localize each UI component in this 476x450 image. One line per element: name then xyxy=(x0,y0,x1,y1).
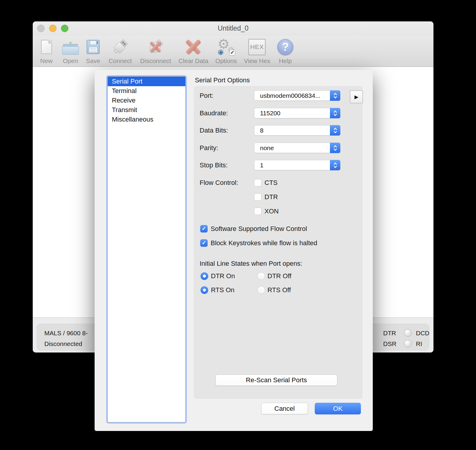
options-gears-icon: ⚙⚙✓ xyxy=(216,37,237,56)
dtr-off-radio[interactable] xyxy=(257,272,265,280)
category-item-serial-port[interactable]: Serial Port xyxy=(108,77,185,86)
dtr-on-radio-label: DTR On xyxy=(211,272,235,280)
baudrate-popup[interactable]: 115200 xyxy=(254,108,340,118)
indicator-label-dtr: DTR xyxy=(383,330,396,337)
stepper-chevrons-icon xyxy=(330,160,340,170)
toolbar-label: Clear Data xyxy=(178,57,208,64)
port-popup[interactable]: usbmodem0006834... xyxy=(254,90,340,101)
toolbar: New ↑ Open Save Connect Disconnect xyxy=(33,36,433,67)
stepper-chevrons-icon xyxy=(330,108,340,118)
rescan-serial-ports-button[interactable]: Re-Scan Serial Ports xyxy=(215,375,337,386)
dcd-led-indicator xyxy=(404,329,412,337)
port-label: Port: xyxy=(200,92,213,100)
dtr-off-radio-label: DTR Off xyxy=(267,272,291,280)
save-floppy-icon xyxy=(83,37,104,56)
ok-button[interactable]: OK xyxy=(315,403,361,414)
port-disclosure-button[interactable]: ▶ xyxy=(350,90,363,103)
block-keystrokes-label: Block Keystrokes while flow is halted xyxy=(211,239,317,247)
toolbar-label: View Hex xyxy=(244,57,270,64)
panel-title: Serial Port Options xyxy=(195,76,250,84)
toolbar-disconnect-button[interactable]: Disconnect xyxy=(140,37,171,64)
window-title: Untitled_0 xyxy=(33,24,433,32)
stop-bits-value: 1 xyxy=(260,162,328,169)
title-bar: Untitled_0 xyxy=(33,21,433,36)
xon-checkbox-label: XON xyxy=(264,207,279,215)
help-question-icon: ? xyxy=(275,37,296,56)
parity-label: Parity: xyxy=(200,144,218,152)
stepper-chevrons-icon xyxy=(330,125,340,136)
usb-disconnect-icon xyxy=(145,37,166,56)
toolbar-options-button[interactable]: ⚙⚙✓ Options xyxy=(215,37,237,64)
indicator-label-ri: RI xyxy=(416,340,422,347)
port-value: usbmodem0006834... xyxy=(260,92,328,99)
baudrate-label: Baudrate: xyxy=(200,109,228,117)
cancel-button[interactable]: Cancel xyxy=(261,403,308,414)
toolbar-view-hex-button[interactable]: HEX View Hex xyxy=(244,37,270,64)
toolbar-open-button[interactable]: ↑ Open xyxy=(60,37,81,64)
toolbar-connect-button[interactable]: Connect xyxy=(109,37,132,64)
toolbar-new-button[interactable]: New xyxy=(36,37,57,64)
rts-on-radio-label: RTS On xyxy=(211,286,234,294)
dtr-checkbox[interactable] xyxy=(254,193,262,201)
clear-data-x-icon xyxy=(183,37,204,56)
open-folder-icon: ↑ xyxy=(60,37,81,56)
data-bits-label: Data Bits: xyxy=(200,127,228,134)
parity-popup[interactable]: none xyxy=(254,143,340,153)
serial-port-options-group: Port: usbmodem0006834... ▶ Baudrate: 115… xyxy=(194,86,362,399)
toolbar-label: Help xyxy=(279,57,292,64)
baudrate-value: 115200 xyxy=(260,110,328,117)
dtr-on-radio[interactable] xyxy=(201,272,208,280)
toolbar-label: Options xyxy=(215,57,237,64)
rts-off-radio[interactable] xyxy=(257,286,265,294)
cts-checkbox-label: CTS xyxy=(264,179,278,187)
toolbar-label: Connect xyxy=(109,57,132,64)
hex-box-icon: HEX xyxy=(247,37,267,56)
block-keystrokes-checkbox[interactable]: ✓ xyxy=(200,239,208,247)
software-flow-control-checkbox[interactable]: ✓ xyxy=(200,225,208,232)
toolbar-clear-data-button[interactable]: Clear Data xyxy=(178,37,208,64)
indicator-label-dcd: DCD xyxy=(416,330,430,337)
category-item-terminal[interactable]: Terminal xyxy=(108,86,185,96)
ri-led-indicator xyxy=(404,340,412,347)
status-connection-state: Disconnected xyxy=(44,340,82,347)
toolbar-help-button[interactable]: ? Help xyxy=(275,37,296,64)
settings-category-list: Serial Port Terminal Receive Transmit Mi… xyxy=(106,75,187,424)
toolbar-label: Open xyxy=(63,57,78,64)
flow-control-label: Flow Control: xyxy=(200,179,238,187)
toolbar-label: Disconnect xyxy=(140,57,171,64)
stop-bits-label: Stop Bits: xyxy=(200,161,228,169)
usb-connect-icon xyxy=(110,37,131,56)
toolbar-label: New xyxy=(40,57,53,64)
new-document-icon xyxy=(36,37,57,56)
dtr-checkbox-label: DTR xyxy=(264,193,278,201)
cts-checkbox[interactable] xyxy=(254,179,262,186)
data-bits-popup[interactable]: 8 xyxy=(254,125,340,136)
xon-checkbox[interactable] xyxy=(254,207,262,215)
stepper-chevrons-icon xyxy=(330,90,340,101)
data-bits-value: 8 xyxy=(260,127,328,134)
initial-line-states-label: Initial Line States when Port opens: xyxy=(200,260,302,268)
stop-bits-popup[interactable]: 1 xyxy=(254,160,340,170)
parity-value: none xyxy=(260,144,328,152)
indicator-label-dsr: DSR xyxy=(383,340,396,347)
category-item-transmit[interactable]: Transmit xyxy=(108,105,185,115)
rts-on-radio[interactable] xyxy=(201,286,208,294)
options-dialog: Serial Port Terminal Receive Transmit Mi… xyxy=(95,70,373,431)
right-triangle-icon: ▶ xyxy=(354,94,358,100)
category-item-receive[interactable]: Receive xyxy=(108,96,185,105)
toolbar-save-button[interactable]: Save xyxy=(83,37,104,64)
status-port-settings: MALS / 9600 8- xyxy=(44,330,88,337)
category-item-miscellaneous[interactable]: Miscellaneous xyxy=(108,115,185,124)
toolbar-label: Save xyxy=(86,57,100,64)
software-flow-control-label: Software Supported Flow Control xyxy=(211,225,307,233)
rts-off-radio-label: RTS Off xyxy=(267,286,291,294)
stepper-chevrons-icon xyxy=(330,143,340,153)
